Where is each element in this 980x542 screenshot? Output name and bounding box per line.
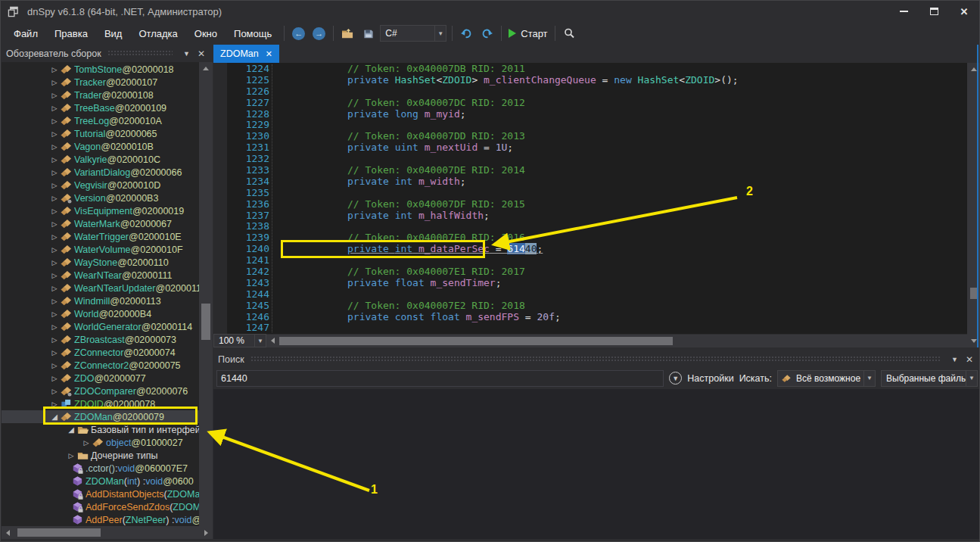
tree-item[interactable]: ▷Vegvisir @0200010D [2, 179, 199, 192]
expander-icon[interactable]: ▷ [65, 452, 77, 459]
tree-item[interactable]: ▷ZDOComparer @02000076 [2, 385, 199, 397]
expander-icon[interactable]: ▷ [48, 233, 61, 241]
scroll-down-icon[interactable] [971, 339, 977, 343]
code-line-1247[interactable]: 1247 [213, 322, 967, 333]
open-file-icon[interactable] [338, 23, 358, 43]
expander-icon[interactable]: ▷ [48, 104, 61, 112]
tree-item[interactable]: AddDistantObjects(ZDOMa [2, 487, 199, 500]
scroll-left-icon[interactable] [6, 530, 10, 536]
scroll-up-icon[interactable] [203, 67, 209, 70]
scroll-left-icon[interactable] [271, 338, 275, 344]
tree-item[interactable]: ▷WaterVolume @0200010F [2, 243, 199, 256]
code-line-1239[interactable]: 1239// Token: 0x040007E0 RID: 2016 [213, 232, 967, 243]
expander-icon[interactable]: ▷ [48, 375, 61, 382]
expander-icon[interactable]: ▷ [48, 388, 61, 395]
code-line-1231[interactable]: 1231private uint m_nextUid = 1U; [213, 142, 967, 153]
expander-icon[interactable]: ▷ [48, 246, 61, 254]
menu-item-5[interactable]: Окно [186, 24, 226, 43]
search-files-selector[interactable]: Выбранные файлы ▼ [881, 370, 978, 387]
chevron-down-icon[interactable]: ▼ [254, 335, 266, 347]
tree-item[interactable]: ▷Дочерние типы [2, 449, 199, 462]
expander-icon[interactable]: ▷ [48, 272, 61, 279]
tree-horizontal-scrollbar[interactable] [2, 526, 213, 539]
editor-hscrollbar-thumb[interactable] [279, 337, 673, 345]
code-line-1244[interactable]: 1244 [213, 288, 967, 300]
tree-scrollbar-thumb[interactable] [201, 304, 210, 340]
tree-hscrollbar-thumb[interactable] [17, 528, 101, 537]
code-line-1243[interactable]: 1243private float m_sendTimer; [213, 277, 967, 288]
expander-icon[interactable]: ▷ [48, 400, 61, 408]
expander-icon[interactable]: ▷ [48, 143, 61, 151]
expander-icon[interactable]: ▷ [48, 259, 61, 266]
tree-item[interactable]: ▷TombStone @02000018 [2, 63, 199, 76]
tab-close-icon[interactable]: ✕ [266, 49, 272, 59]
expander-icon[interactable]: ▷ [48, 117, 61, 125]
expander-icon[interactable]: ▷ [48, 195, 61, 202]
tree-item[interactable]: ▷Windmill @02000113 [2, 294, 199, 307]
expander-icon[interactable]: ▷ [48, 362, 61, 369]
tree-item[interactable]: ▷VisEquipment @02000019 [2, 204, 199, 217]
code-line-1236[interactable]: 1236// Token: 0x040007DF RID: 2015 [213, 198, 967, 210]
code-line-1227[interactable]: 1227// Token: 0x040007DC RID: 2012 [213, 97, 967, 108]
code-line-1225[interactable]: 1225private HashSet<ZDOID> m_clientChang… [213, 74, 967, 86]
chevron-down-icon[interactable]: ▼ [966, 371, 977, 386]
expander-icon[interactable]: ◢ [65, 425, 77, 434]
panel-close-icon[interactable]: ✕ [194, 48, 208, 59]
code-line-1229[interactable]: 1229 [213, 119, 967, 130]
zoom-level-selector[interactable]: 100 % ▼ [213, 334, 266, 347]
code-line-1242[interactable]: 1242// Token: 0x040007E1 RID: 2017 [213, 266, 967, 277]
expander-icon[interactable]: ▷ [48, 156, 61, 164]
tree-item[interactable]: ▷ZBroastcast @02000073 [2, 333, 199, 346]
expander-icon[interactable]: ▷ [48, 66, 61, 73]
editor-horizontal-scrollbar[interactable] [266, 335, 967, 347]
forward-icon[interactable]: → [309, 23, 329, 43]
scroll-up-icon[interactable] [971, 67, 977, 71]
code-line-1233[interactable]: 1233// Token: 0x040007DE RID: 2014 [213, 164, 967, 176]
menu-item-3[interactable]: Вид [96, 24, 131, 43]
tree-item[interactable]: ▷TreeLog @0200010A [2, 114, 199, 127]
code-line-1234[interactable]: 1234private int m_width; [213, 176, 967, 187]
tree-item[interactable]: ▷Trader @02000108 [2, 89, 199, 101]
code-line-1246[interactable]: 1246private const float m_sendFPS = 20f; [213, 311, 967, 322]
expander-icon[interactable]: ▷ [48, 207, 61, 215]
menu-item-6[interactable]: Помощь [226, 24, 280, 43]
tree-item[interactable]: ▷ZDOID @02000078 [2, 397, 199, 410]
tree-item[interactable]: ▷WorldGenerator @02000114 [2, 320, 199, 333]
undo-icon[interactable] [456, 23, 477, 43]
expander-icon[interactable]: ▷ [48, 169, 61, 176]
panel-close-icon[interactable]: ✕ [963, 354, 976, 365]
menu-item-4[interactable]: Отладка [130, 24, 185, 43]
tree-item[interactable]: ▷ZDO @02000077 [2, 372, 199, 385]
code-line-1235[interactable]: 1235 [213, 187, 967, 198]
search-input[interactable] [216, 370, 664, 387]
tree-item[interactable]: ▷Tracker @02000107 [2, 76, 199, 89]
close-button[interactable]: ✕ [949, 1, 979, 22]
tree-item[interactable]: ▷object @01000027 [2, 436, 199, 449]
tree-vertical-scrollbar[interactable] [199, 62, 213, 526]
tree-item[interactable]: ▷WearNTear @02000111 [2, 269, 199, 282]
code-line-1237[interactable]: 1237private int m_halfWidth; [213, 210, 967, 221]
code-line-1230[interactable]: 1230// Token: 0x040007DD RID: 2013 [213, 130, 967, 142]
tree-item[interactable]: ▷WaterMark @02000067 [2, 217, 199, 230]
tree-item[interactable]: .cctor() : void @060007E7 [2, 462, 199, 475]
code-line-1228[interactable]: 1228private long m_myid; [213, 108, 967, 120]
tree-item[interactable]: ▷Valkyrie @0200010C [2, 153, 199, 166]
expander-icon[interactable]: ▷ [48, 130, 61, 138]
expander-icon[interactable]: ▷ [48, 349, 61, 357]
panel-menu-icon[interactable]: ▼ [179, 50, 194, 58]
expander-icon[interactable]: ▷ [48, 182, 61, 189]
minimize-button[interactable] [888, 1, 919, 22]
expander-icon[interactable]: ◢ [48, 413, 61, 421]
code-line-1240[interactable]: 1240private int m_dataPerSec = 61440; [213, 243, 967, 254]
tree-item[interactable]: ▷ZConnector @02000074 [2, 346, 199, 359]
code-line-1238[interactable]: 1238 [213, 220, 967, 232]
tree-item[interactable]: ▷TreeBase @02000109 [2, 101, 199, 114]
search-results-area[interactable] [213, 389, 980, 539]
tree-item[interactable]: ZDOMan(int) : void @0600 [2, 475, 199, 487]
tree-item[interactable]: ▷WayStone @02000110 [2, 256, 199, 269]
code-line-1232[interactable]: 1232 [213, 153, 967, 164]
expander-icon[interactable]: ▷ [48, 297, 61, 305]
menu-item-2[interactable]: Правка [46, 24, 96, 43]
tree-item[interactable]: ▷World @020000B4 [2, 307, 199, 320]
save-all-icon[interactable] [358, 23, 378, 43]
